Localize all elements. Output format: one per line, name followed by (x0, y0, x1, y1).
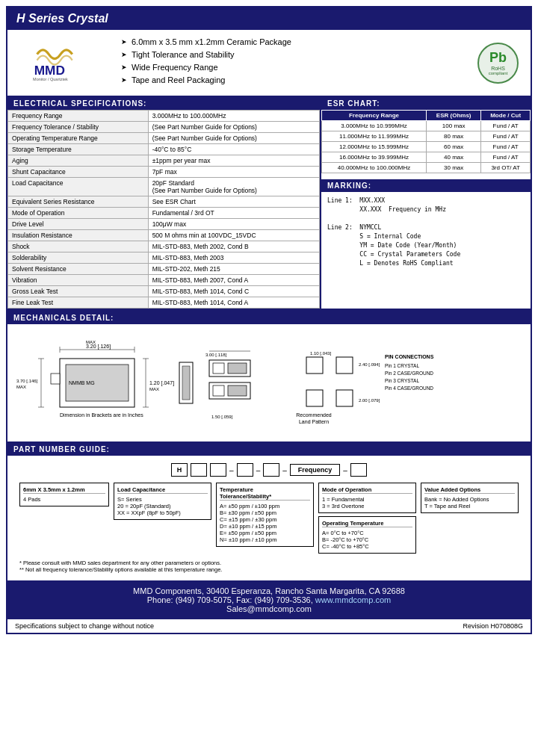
specs-esr-section: ELECTRICAL SPECIFICATIONS: Frequency Ran… (7, 97, 531, 310)
pn-box-1 (191, 463, 207, 477)
specs-row: ShockMIL-STD-883, Meth 2002, Cond B (8, 241, 320, 252)
feature-item: 6.0mm x 3.5 mm x1.2mm Ceramic Package (121, 37, 466, 46)
esr-col-freq: Frequency Range (322, 111, 427, 121)
pn-box-h: H (171, 463, 188, 477)
pn-box-4 (263, 463, 279, 477)
document-header: H Series Crystal (7, 7, 531, 30)
esr-row: 11.000MHz to 11.999MHz80 maxFund / AT (322, 131, 531, 142)
specs-row: Storage Temperature-40°C to 85°C (8, 144, 320, 155)
specs-row: Solvent ResistanceMIL-STD-202, Meth 215 (8, 264, 320, 275)
pn-note-2: ** Not all frequency tolerance/Stability… (19, 566, 519, 573)
footer-main: MMD Components, 30400 Esperanza, Rancho … (7, 580, 531, 619)
svg-text:MAX: MAX (86, 340, 96, 344)
pn-note-1: * Please consult with MMD sales departme… (19, 560, 519, 566)
svg-text:MAX: MAX (149, 387, 159, 391)
svg-text:Pin 3  CRYSTAL: Pin 3 CRYSTAL (385, 378, 419, 383)
specs-row: Frequency Tolerance / Stability(See Part… (8, 122, 320, 133)
specs-row: Mode of OperationFundamental / 3rd OT (8, 208, 320, 219)
marking-line: Line 1: MXX.XXX (327, 196, 525, 205)
pn-freq-label: Frequency (290, 464, 341, 476)
pn-box-2 (210, 463, 226, 477)
svg-text:Pin 4  CASE/GROUND: Pin 4 CASE/GROUND (385, 385, 433, 391)
marking-line: S = Internal Code (327, 232, 525, 241)
svg-rect-34 (336, 357, 353, 374)
footer-contact: Phone: (949) 709-5075, Fax: (949) 709-35… (13, 595, 525, 604)
svg-rect-33 (306, 357, 323, 374)
pn-op-mode-stack: Mode of Operation 1 = Fundamental 3 = 3r… (318, 483, 416, 554)
marking-content: Line 1: MXX.XXX XX.XXX Frequency in MHz … (321, 192, 531, 273)
pn-load-cap-box: Load Capacitance S= Series 20 = 20pF (St… (114, 483, 211, 520)
footer-disclaimer: Specifications subject to change without… (15, 622, 154, 630)
svg-text:Land Pattern: Land Pattern (299, 419, 329, 424)
footer-email: Sales@mmdcomp.com (13, 604, 525, 613)
rohs-badge: Pb RoHS compliant (477, 43, 519, 84)
electrical-specs-header: ELECTRICAL SPECIFICATIONS: (7, 97, 320, 110)
electrical-specs-table: Frequency Range3.000MHz to 100.000MHzFre… (7, 110, 320, 309)
svg-rect-29 (228, 385, 247, 396)
esr-table: Frequency Range ESR (Ohms) Mode / Cut 3.… (321, 110, 531, 173)
specs-row: VibrationMIL-STD-883, Meth 2007, Cond A (8, 275, 320, 286)
marking-header: MARKING: (321, 179, 531, 192)
pn-package-box: 6mm X 3.5mm x 1.2mm 4 Pads (19, 483, 109, 506)
svg-rect-35 (306, 390, 323, 406)
marking-line: YM = Date Code (Year/Month) (327, 241, 525, 250)
svg-text:NMMB MG: NMMB MG (69, 380, 95, 385)
mechanicals-diagram: NMMB MG 3.20 [.126] MAX 1.20 [.047] MAX … (7, 324, 531, 441)
specs-row: Drive Level100μW max (8, 219, 320, 230)
marking-line: CC = Crystal Parameters Code (327, 250, 525, 259)
specs-row: Frequency Range3.000MHz to 100.000MHz (8, 111, 320, 122)
marking-line: L = Denotes RoHS Compliant (327, 259, 525, 268)
svg-text:1.10 [.043]: 1.10 [.043] (310, 351, 332, 356)
svg-text:Pin 2  CASE/GROUND: Pin 2 CASE/GROUND (385, 371, 433, 376)
svg-text:Pin 1  CRYSTAL: Pin 1 CRYSTAL (385, 363, 419, 368)
specs-row: Load Capacitance20pF Standard (See Part … (8, 178, 320, 196)
svg-text:2.00 [.079]: 2.00 [.079] (359, 398, 380, 403)
svg-rect-28 (213, 385, 224, 396)
svg-text:PIN CONNECTIONS: PIN CONNECTIONS (385, 354, 434, 359)
footer-bottom: Specifications subject to change without… (7, 619, 531, 633)
svg-text:3.00 [.118]: 3.00 [.118] (205, 353, 227, 357)
pn-box-5 (350, 463, 367, 477)
pn-box-3 (237, 463, 253, 477)
pn-mode-box: Mode of Operation 1 = Fundamental 3 = 3r… (318, 483, 416, 513)
marking-line: XX.XXX Frequency in MHz (327, 205, 525, 214)
feature-item: Tight Tolerance and Stability (121, 50, 466, 59)
header-title: H Series Crystal (16, 12, 108, 25)
esr-marking-col: ESR CHART: Frequency Range ESR (Ohms) Mo… (321, 97, 531, 309)
part-number-guide: PART NUMBER GUIDE: H – – – Frequency – (7, 443, 531, 580)
top-section: MMD Monitor / Quartztek 6.0mm x 3.5 mm x… (7, 30, 531, 97)
footer-revision: Revision H070808G (463, 622, 523, 630)
feature-item: Tape and Reel Packaging (121, 75, 466, 84)
esr-row: 16.000MHz to 39.999MHz40 maxFund / AT (322, 152, 531, 163)
svg-rect-23 (182, 366, 190, 400)
pn-value-added-box: Value Added Options Bank = No Added Opti… (421, 483, 519, 513)
esr-row: 3.000MHz to 10.999MHz100 maxFund / AT (322, 121, 531, 131)
svg-text:3.20 [.126]: 3.20 [.126] (86, 344, 111, 350)
pn-temp-tol-box: TemperatureTolerance/Stability* A= ±50 p… (216, 483, 314, 547)
svg-text:Recommended: Recommended (296, 412, 332, 418)
footer-company: MMD Components, 30400 Esperanza, Rancho … (13, 586, 525, 595)
mmd-logo: MMD Monitor / Quartztek (27, 43, 94, 84)
part-number-boxes: H – – – Frequency – (19, 463, 519, 477)
esr-row: 40.000MHz to 100.000MHz30 max3rd OT/ AT (322, 163, 531, 173)
svg-text:MAX: MAX (16, 385, 26, 389)
svg-text:MMD: MMD (34, 63, 65, 78)
svg-text:1.20 [.047]: 1.20 [.047] (149, 380, 174, 386)
electrical-specs-col: ELECTRICAL SPECIFICATIONS: Frequency Ran… (7, 97, 321, 309)
specs-row: Gross Leak TestMIL-STD-883, Meth 1014, C… (8, 286, 320, 297)
pn-notes: * Please consult with MMD sales departme… (19, 560, 519, 573)
svg-text:Dimension in Brackets are in I: Dimension in Brackets are in Inches (60, 412, 143, 418)
svg-text:3.70 [.146]: 3.70 [.146] (16, 379, 38, 383)
svg-rect-25 (213, 363, 224, 374)
esr-col-ohms: ESR (Ohms) (427, 111, 481, 121)
pn-op-temp-box: Operating Temperature A= 0°C to +70°C B=… (318, 516, 416, 554)
mechanicals-section: MECHANICALS DETAIL: NMMB MG 3.20 [.126] … (7, 310, 531, 443)
svg-text:2.40 [.094]: 2.40 [.094] (359, 362, 380, 367)
document-container: H Series Crystal MMD Monitor / Quartztek… (6, 6, 532, 634)
part-number-content: H – – – Frequency – 6mm X 3.5mm x 1.2mm … (7, 456, 531, 580)
specs-row: Fine Leak TestMIL-STD-883, Meth 1014, Co… (8, 297, 320, 309)
marking-line: Line 2: NYMCCL (327, 223, 525, 232)
specs-row: Shunt Capacitance7pF max (8, 167, 320, 178)
logo-area: MMD Monitor / Quartztek (19, 43, 102, 84)
specs-row: SolderabilityMIL-STD-883, Meth 2003 (8, 252, 320, 264)
